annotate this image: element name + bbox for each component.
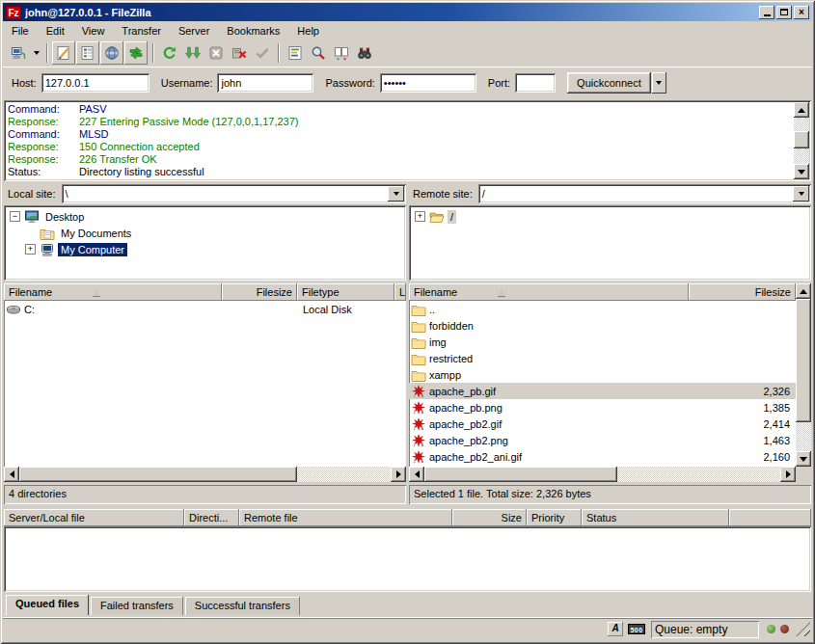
tree-item-label-selected-inactive: / xyxy=(448,210,456,224)
toggle-transfer-queue-button[interactable] xyxy=(124,41,148,65)
refresh-button[interactable] xyxy=(158,41,181,65)
folder-icon xyxy=(411,318,426,334)
menu-file[interactable]: File xyxy=(3,23,38,39)
column-header-filesize[interactable]: Filesize xyxy=(689,283,796,301)
resize-grip[interactable] xyxy=(796,622,810,636)
process-queue-button[interactable] xyxy=(181,41,204,65)
title-bar[interactable]: Fz john@127.0.0.1 - FileZilla × xyxy=(3,3,812,21)
remote-site-combo[interactable]: / xyxy=(478,184,811,203)
scroll-right-button[interactable] xyxy=(391,467,406,482)
column-header-filesize[interactable]: Filesize xyxy=(222,283,297,301)
cancel-operation-button[interactable] xyxy=(204,41,228,65)
site-manager-button[interactable] xyxy=(7,41,30,65)
menu-help[interactable]: Help xyxy=(288,23,328,39)
scroll-down-button[interactable] xyxy=(796,451,811,467)
menu-view[interactable]: View xyxy=(73,23,114,39)
menu-edit[interactable]: Edit xyxy=(38,23,73,39)
log-line: Response:227 Entering Passive Mode (127,… xyxy=(8,116,792,128)
file-row[interactable]: apache_pb.png 1,385 xyxy=(409,399,796,416)
scrollbar-thumb[interactable] xyxy=(794,131,809,148)
queue-body xyxy=(4,526,811,592)
scrollbar-thumb[interactable] xyxy=(19,467,297,482)
tab-successful-transfers[interactable]: Successful transfers xyxy=(185,597,300,615)
file-row[interactable]: xampp xyxy=(409,366,796,383)
directory-comparison-button[interactable] xyxy=(330,41,353,65)
queue-column-direction[interactable]: Directi... xyxy=(184,509,239,526)
expand-expander[interactable]: + xyxy=(25,244,36,255)
menu-transfer[interactable]: Transfer xyxy=(113,23,170,39)
expand-expander[interactable]: + xyxy=(415,211,425,222)
queue-column-priority[interactable]: Priority xyxy=(527,509,582,526)
scroll-up-button[interactable] xyxy=(796,283,811,299)
disconnect-button[interactable] xyxy=(228,41,251,65)
directory-listing-filters-button[interactable] xyxy=(284,41,307,65)
scroll-right-button[interactable] xyxy=(780,467,796,482)
file-row[interactable]: .. xyxy=(409,301,796,317)
local-hscrollbar[interactable] xyxy=(4,467,406,482)
synchronized-browsing-button[interactable] xyxy=(353,41,376,65)
scrollbar-thumb[interactable] xyxy=(424,467,617,482)
quickconnect-dropdown-button[interactable] xyxy=(652,72,666,94)
tree-item-desktop[interactable]: − Desktop xyxy=(6,208,404,225)
host-input[interactable] xyxy=(41,73,149,93)
port-input[interactable] xyxy=(515,73,556,93)
site-manager-dropdown-button[interactable] xyxy=(30,41,42,65)
column-header-filename[interactable]: Filename xyxy=(409,283,689,301)
queue-column-remotefile[interactable]: Remote file xyxy=(239,509,452,526)
queue-column-serverlocal[interactable]: Server/Local file xyxy=(4,509,184,526)
scroll-up-button[interactable] xyxy=(794,102,809,118)
file-row[interactable]: restricted xyxy=(409,350,796,366)
file-row-selected[interactable]: apache_pb.gif 2,326 xyxy=(409,383,796,399)
scroll-left-button[interactable] xyxy=(409,467,424,482)
close-button[interactable]: × xyxy=(794,6,809,19)
arrow-left-icon xyxy=(10,470,14,478)
tab-failed-transfers[interactable]: Failed transfers xyxy=(91,597,183,615)
file-search-button[interactable] xyxy=(307,41,330,65)
image-file-icon xyxy=(411,449,426,465)
image-file-icon xyxy=(411,433,426,448)
toolbar-separator xyxy=(278,43,280,63)
password-input[interactable] xyxy=(380,73,476,93)
username-input[interactable] xyxy=(217,73,313,93)
local-site-dropdown-button[interactable] xyxy=(388,186,404,201)
menu-server[interactable]: Server xyxy=(170,23,218,39)
toggle-message-log-button[interactable] xyxy=(52,41,75,65)
column-header-filename[interactable]: Filename xyxy=(4,283,222,301)
abort-button[interactable] xyxy=(251,41,274,65)
file-row-c-drive[interactable]: C: Local Disk xyxy=(4,301,406,317)
minimize-button[interactable] xyxy=(759,6,774,19)
remote-site-bar: Remote site: / xyxy=(409,183,811,204)
maximize-button[interactable] xyxy=(776,6,792,19)
scrollbar-thumb[interactable] xyxy=(796,299,811,422)
file-row[interactable]: apache_pb2_ani.gif 2,160 xyxy=(409,448,796,465)
quickconnect-button[interactable]: Quickconnect xyxy=(567,72,651,94)
tree-item-my-computer[interactable]: + My Computer xyxy=(6,241,404,257)
queue-column-status[interactable]: Status xyxy=(582,509,729,526)
log-scrollbar[interactable] xyxy=(794,102,809,179)
local-site-combo[interactable]: \ xyxy=(62,184,406,203)
queue-column-size[interactable]: Size xyxy=(452,509,527,526)
toggle-local-tree-button[interactable] xyxy=(76,41,99,65)
chevron-down-icon xyxy=(34,51,40,55)
scroll-down-button[interactable] xyxy=(794,164,809,179)
column-header-lastmodified[interactable]: L xyxy=(394,283,406,301)
tree-item-root[interactable]: + / xyxy=(411,208,809,225)
file-row[interactable]: forbidden xyxy=(409,317,796,334)
file-row[interactable]: apache_pb2.png 1,463 xyxy=(409,432,796,448)
chevron-down-icon xyxy=(799,192,804,196)
remote-site-dropdown-button[interactable] xyxy=(793,186,809,201)
scroll-left-button[interactable] xyxy=(4,467,19,482)
local-site-value: \ xyxy=(62,188,386,200)
remote-vscrollbar[interactable] xyxy=(796,283,811,467)
remote-hscrollbar[interactable] xyxy=(409,467,796,482)
file-row[interactable]: img xyxy=(409,334,796,350)
tab-queued-files[interactable]: Queued files xyxy=(6,595,89,615)
tree-item-my-documents[interactable]: My Documents xyxy=(6,225,404,241)
menu-bookmarks[interactable]: Bookmarks xyxy=(218,23,288,39)
toggle-remote-tree-button[interactable] xyxy=(100,41,123,65)
file-row[interactable]: apache_pb2.gif 2,414 xyxy=(409,416,796,432)
local-file-list: C: Local Disk xyxy=(4,301,406,467)
column-header-filetype[interactable]: Filetype xyxy=(297,283,394,301)
collapse-expander[interactable]: − xyxy=(10,211,20,222)
chevron-down-icon xyxy=(656,81,662,85)
